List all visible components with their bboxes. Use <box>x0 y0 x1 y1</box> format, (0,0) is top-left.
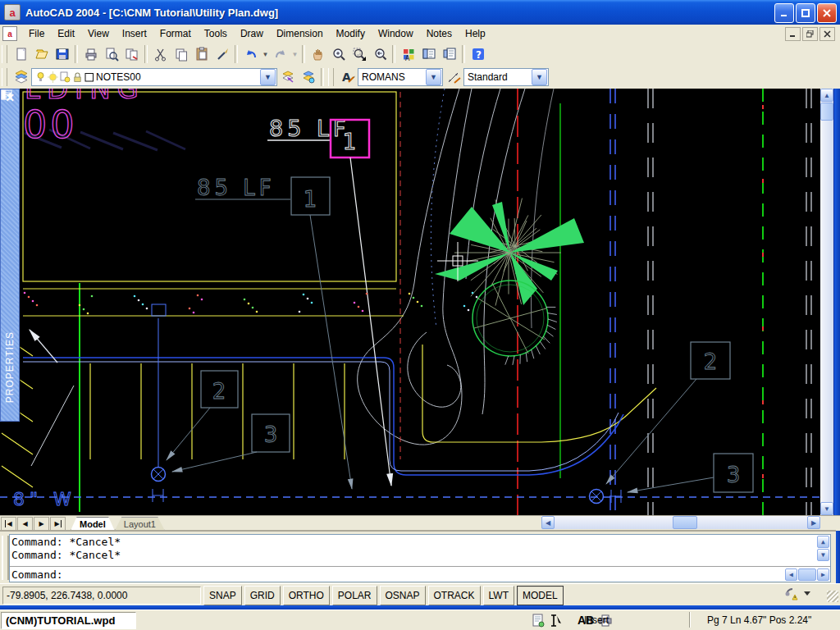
menu-modify[interactable]: Modify <box>330 25 372 42</box>
resize-grip[interactable] <box>827 591 838 602</box>
toolbar-grip[interactable] <box>328 68 334 86</box>
publish-icon[interactable] <box>121 44 142 64</box>
water-valve-symbol[interactable] <box>590 490 622 504</box>
redo-dropdown-icon[interactable]: ▼ <box>290 44 299 64</box>
minimize-button[interactable] <box>774 3 794 23</box>
menu-window[interactable]: Window <box>372 25 420 42</box>
status-toggle-osnap[interactable]: OSNAP <box>380 586 426 605</box>
command-hscroll-thumb[interactable] <box>798 568 816 581</box>
cut-icon[interactable] <box>150 44 171 64</box>
status-toggle-polar[interactable]: POLAR <box>332 586 377 605</box>
layer-combo[interactable]: NOTES00 ▼ <box>31 68 277 86</box>
new-icon[interactable] <box>11 44 31 64</box>
designcenter-icon[interactable] <box>418 44 439 64</box>
maximize-button[interactable] <box>796 3 815 23</box>
plot-icon[interactable] <box>80 44 101 64</box>
zoom-window-icon[interactable] <box>349 44 369 64</box>
scroll-right-icon[interactable]: ▶ <box>807 516 820 529</box>
menu-dimension[interactable]: Dimension <box>270 25 330 42</box>
menu-tools[interactable]: Tools <box>198 25 234 42</box>
wordperfect-document-name[interactable]: (CNM)TUTORIAL.wpd <box>1 612 136 629</box>
horizontal-scroll-thumb[interactable] <box>673 516 697 529</box>
text-style-icon[interactable]: A <box>337 67 358 87</box>
tab-last-icon[interactable]: ▶ <box>50 517 66 531</box>
undo-dropdown-icon[interactable]: ▼ <box>261 44 270 64</box>
open-icon[interactable] <box>31 44 52 64</box>
mdi-restore-button[interactable] <box>802 27 818 41</box>
zoom-previous-icon[interactable] <box>369 44 390 64</box>
properties-icon[interactable]: A <box>398 44 418 64</box>
status-toggle-grid[interactable]: GRID <box>244 586 281 605</box>
blue-dashed-lines[interactable] <box>610 89 615 515</box>
text-style-combo[interactable]: ROMANS ▼ <box>358 68 443 86</box>
zoom-realtime-icon[interactable] <box>328 44 349 64</box>
close-button[interactable] <box>817 3 837 23</box>
keynote-2-left[interactable]: 2 <box>167 371 238 460</box>
tree-symbol[interactable] <box>435 199 584 306</box>
match-properties-icon[interactable] <box>212 44 232 64</box>
vertical-scrollbar[interactable]: ▲ ▼ <box>820 89 833 515</box>
command-scroll-left-icon[interactable]: ◀ <box>785 568 797 581</box>
menu-notes[interactable]: Notes <box>420 25 459 42</box>
scroll-left-icon[interactable]: ◀ <box>541 516 555 529</box>
tab-layout1[interactable]: Layout1 <box>115 517 165 531</box>
vertical-scroll-thumb[interactable] <box>820 103 833 121</box>
contour-lines[interactable] <box>358 89 554 445</box>
keynote-2-right[interactable]: 2 <box>606 342 730 484</box>
status-toggle-lwt[interactable]: LWT <box>483 586 514 605</box>
menu-format[interactable]: Format <box>153 25 198 42</box>
toolbar-grip[interactable] <box>2 68 7 86</box>
scroll-down-icon[interactable]: ▼ <box>820 502 833 515</box>
command-scroll-down-icon[interactable]: ▼ <box>817 549 829 561</box>
save-icon[interactable] <box>52 44 72 64</box>
callout-85lf-highlighted[interactable]: 85 LF 1 <box>267 116 391 486</box>
properties-palette[interactable]: ✕ PROPERTIES <box>0 89 20 422</box>
insert-mode-indicator[interactable]: Insert <box>584 614 609 626</box>
parking-stalls[interactable] <box>90 363 345 459</box>
text-style-combo-arrow[interactable]: ▼ <box>426 69 441 85</box>
command-window-grip[interactable] <box>2 536 9 580</box>
status-toggle-snap[interactable]: SNAP <box>203 586 242 605</box>
street-lines[interactable] <box>80 89 811 515</box>
mdi-close-button[interactable] <box>819 27 835 41</box>
dim-style-combo-arrow[interactable]: ▼ <box>532 69 547 85</box>
horizontal-scrollbar[interactable]: ◀ ▶ <box>541 516 820 529</box>
street-curb-yellow[interactable] <box>422 345 656 442</box>
scroll-up-icon[interactable]: ▲ <box>820 89 833 102</box>
document-style-icon[interactable] <box>532 614 545 628</box>
command-scroll-right-icon[interactable]: ▶ <box>817 568 829 581</box>
tab-next-icon[interactable]: ▶ <box>34 517 49 531</box>
layer-states-icon[interactable] <box>298 67 318 87</box>
status-toggle-model[interactable]: MODEL <box>517 586 564 605</box>
status-toggle-otrack[interactable]: OTRACK <box>428 586 481 605</box>
layer-previous-icon[interactable] <box>277 67 298 87</box>
mdi-minimize-button[interactable] <box>785 27 801 41</box>
menu-edit[interactable]: Edit <box>51 25 81 42</box>
menu-insert[interactable]: Insert <box>116 25 153 42</box>
command-splitter[interactable] <box>10 566 830 567</box>
tab-model[interactable]: Model <box>71 517 115 531</box>
dim-style-combo[interactable]: Standard ▼ <box>463 68 549 86</box>
menu-file[interactable]: File <box>22 25 51 42</box>
undo-icon[interactable] <box>240 44 261 64</box>
keynote-3-left[interactable]: 3 <box>172 414 290 472</box>
layer-combo-arrow[interactable]: ▼ <box>260 69 276 85</box>
paste-icon[interactable] <box>191 44 212 64</box>
communication-center-icon[interactable] <box>784 587 799 600</box>
command-text-area[interactable]: Command: *Cancel* Command: *Cancel* ▲ ▼ … <box>9 534 831 582</box>
tab-prev-icon[interactable]: ◀ <box>17 517 33 531</box>
leader-arrows[interactable] <box>30 330 74 466</box>
layers-manager-icon[interactable] <box>11 67 31 87</box>
status-tray-arrow-icon[interactable] <box>804 591 810 596</box>
tool-palettes-icon[interactable] <box>439 44 459 64</box>
water-main-line[interactable] <box>0 304 820 504</box>
redo-icon[interactable] <box>270 44 290 64</box>
command-prompt[interactable]: Command: <box>11 568 63 582</box>
help-icon[interactable]: ? <box>468 44 488 64</box>
menu-view[interactable]: View <box>81 25 116 42</box>
page-position-indicator[interactable]: Pg 7 Ln 4.67" Pos 2.24" <box>707 614 811 626</box>
menu-help[interactable]: Help <box>459 25 492 42</box>
copy-icon[interactable] <box>171 44 191 64</box>
curb-line[interactable] <box>23 358 623 475</box>
command-scroll-up-icon[interactable]: ▲ <box>817 536 829 548</box>
